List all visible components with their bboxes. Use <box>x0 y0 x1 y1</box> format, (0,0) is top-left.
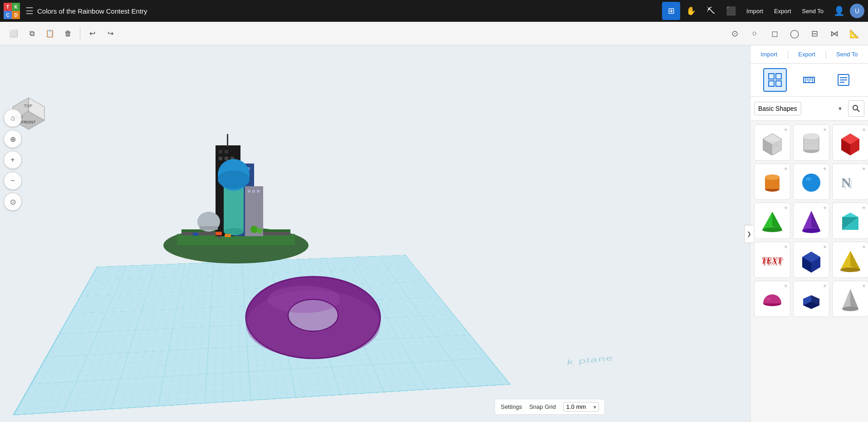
right-panel-actions: Import | Export | Send To <box>750 45 868 64</box>
align-tool-button[interactable]: ⊟ <box>806 25 823 42</box>
topbar-right-actions: ⊞ ✋ ⛏ ⬛ Import Export Send To 👤 U <box>662 2 864 20</box>
notes-panel-button[interactable] <box>832 68 855 92</box>
tinkercad-logo[interactable]: T K C D <box>4 3 20 19</box>
shape-item-red-box[interactable]: ★ <box>832 124 868 161</box>
grid-view-button[interactable]: ⊞ <box>662 2 680 20</box>
svg-point-29 <box>218 170 250 189</box>
svg-point-103 <box>840 268 860 272</box>
shapes-grid: ★ ★ <box>750 121 868 422</box>
shape-category-select[interactable]: Basic Shapes Letters Connectors Featured <box>754 102 801 115</box>
right-import-button[interactable]: Import <box>757 49 781 60</box>
shape-item-sphere[interactable]: ★ <box>793 164 829 200</box>
snap-grid-select[interactable]: 0.1 mm 0.25 mm 0.5 mm 1.0 mm 2.0 mm 5.0 … <box>563 402 599 412</box>
simulate-button[interactable]: ⬛ <box>722 2 740 20</box>
shape-item-text-extrude[interactable]: ★ TEXT TEXT <box>754 242 790 278</box>
shape-item-grey-cone[interactable]: ★ <box>832 281 868 317</box>
shape-favorite-star[interactable]: ★ <box>862 205 866 211</box>
right-export-button[interactable]: Export <box>794 49 819 60</box>
codeblocks-button[interactable]: ⛏ <box>702 2 720 20</box>
shape-favorite-star[interactable]: ★ <box>862 166 866 172</box>
zoom-out-button[interactable]: − <box>4 172 22 190</box>
add-person-button[interactable]: 👤 <box>830 2 848 20</box>
shape-item-blue-box[interactable]: ★ <box>793 281 829 317</box>
shape-favorite-star[interactable]: ★ <box>784 166 788 172</box>
shape-favorite-star[interactable]: ★ <box>862 127 866 133</box>
shape-item-purple-cone[interactable]: ★ <box>793 203 829 239</box>
shape-item-teal-wedge[interactable]: ★ <box>832 203 868 239</box>
shape-item-text-3d[interactable]: ★ N N <box>832 164 868 200</box>
shape-favorite-star[interactable]: ★ <box>823 127 827 133</box>
shape-favorite-star[interactable]: ★ <box>862 244 866 250</box>
copy-button[interactable]: ⧉ <box>24 25 40 42</box>
svg-rect-39 <box>193 233 198 236</box>
document-icon[interactable]: ☰ <box>25 5 34 16</box>
svg-text:TOP: TOP <box>24 104 32 108</box>
shape-favorite-star[interactable]: ★ <box>862 283 866 289</box>
shape-favorite-star[interactable]: ★ <box>823 283 827 289</box>
panel-collapse-button[interactable]: ❯ <box>744 225 753 243</box>
shape-row-2: ★ ★ ★ N <box>754 164 864 200</box>
svg-point-88 <box>762 228 782 232</box>
svg-rect-15 <box>219 157 222 160</box>
home-view-button[interactable]: ⌂ <box>4 109 22 127</box>
light-tool-button[interactable]: ○ <box>746 25 763 42</box>
search-icon <box>852 104 860 113</box>
svg-point-91 <box>802 228 820 233</box>
shape-favorite-star[interactable]: ★ <box>823 205 827 211</box>
perspective-button[interactable]: ⊙ <box>4 193 22 211</box>
svg-rect-35 <box>200 226 218 230</box>
import-button[interactable]: Import <box>742 2 768 20</box>
shape-search-button[interactable] <box>848 100 864 117</box>
svg-point-82 <box>802 174 820 192</box>
shape-favorite-star[interactable]: ★ <box>823 244 827 250</box>
ruler-panel-button[interactable] <box>797 68 821 92</box>
viewport-controls: ⌂ ⊕ + − ⊙ <box>4 109 27 211</box>
new-button[interactable]: ⬜ <box>5 25 22 42</box>
3d-viewport[interactable]: TOP LEFT FRONT ⌂ ⊕ + − ⊙ <box>0 45 750 422</box>
redo-button[interactable]: ↪ <box>102 25 118 42</box>
shape-favorite-star[interactable]: ★ <box>784 127 788 133</box>
toolbar-separator-1 <box>80 27 80 40</box>
snap-grid-wrapper: 0.1 mm 0.25 mm 0.5 mm 1.0 mm 2.0 mm 5.0 … <box>563 402 599 412</box>
shape-row-4: ★ TEXT TEXT ★ ★ <box>754 242 864 278</box>
shape-favorite-star[interactable]: ★ <box>784 283 788 289</box>
shape-favorite-star[interactable]: ★ <box>784 205 788 211</box>
sendto-button[interactable]: Send To <box>798 2 828 20</box>
shape-item-navy-cube[interactable]: ★ <box>793 242 829 278</box>
mirror-tool-button[interactable]: ⋈ <box>826 25 843 42</box>
camera-tool-button[interactable]: ⊙ <box>726 25 743 42</box>
settings-button[interactable]: Settings <box>500 403 522 410</box>
svg-point-105 <box>766 298 771 300</box>
svg-point-44 <box>268 286 340 313</box>
svg-rect-32 <box>252 190 255 193</box>
delete-button[interactable]: 🗑 <box>60 25 76 42</box>
shape-item-yellow-pyramid[interactable]: ★ <box>832 242 868 278</box>
keyshapes-button[interactable]: ✋ <box>682 2 700 20</box>
shape-item-box-hole[interactable]: ★ <box>754 124 790 161</box>
export-button[interactable]: Export <box>770 2 796 20</box>
ruler-panel-icon <box>802 73 816 87</box>
shape-selector: Basic Shapes Letters Connectors Featured… <box>750 97 868 121</box>
undo-button[interactable]: ↩ <box>84 25 100 42</box>
shape-favorite-star[interactable]: ★ <box>784 244 788 250</box>
svg-point-72 <box>803 133 819 139</box>
shape-item-cylinder[interactable]: ★ <box>754 164 790 200</box>
comment-tool-button[interactable]: ◻ <box>766 25 783 42</box>
grid-panel-button[interactable] <box>763 68 787 92</box>
shape-item-half-sphere[interactable]: ★ <box>754 281 790 317</box>
shape-tool-button[interactable]: ◯ <box>786 25 803 42</box>
svg-line-62 <box>857 109 859 112</box>
shape-item-green-pyramid[interactable]: ★ <box>754 203 790 239</box>
fit-view-button[interactable]: ⊕ <box>4 130 22 148</box>
paste-button[interactable]: 📋 <box>42 25 58 42</box>
right-sendto-button[interactable]: Send To <box>833 49 861 60</box>
zoom-in-button[interactable]: + <box>4 151 22 169</box>
svg-text:TEXT: TEXT <box>762 258 784 267</box>
shape-item-cylinder-hole[interactable]: ★ <box>793 124 829 161</box>
right-action-separator-2: | <box>825 50 827 59</box>
user-avatar[interactable]: U <box>850 4 864 18</box>
main-toolbar: ⬜ ⧉ 📋 🗑 ↩ ↪ ⊙ ○ ◻ ◯ ⊟ ⋈ 📐 <box>0 22 868 45</box>
document-title[interactable]: Colors of the Rainbow Contest Entry <box>37 7 658 15</box>
ruler-tool-button[interactable]: 📐 <box>846 25 863 42</box>
shape-favorite-star[interactable]: ★ <box>823 166 827 172</box>
